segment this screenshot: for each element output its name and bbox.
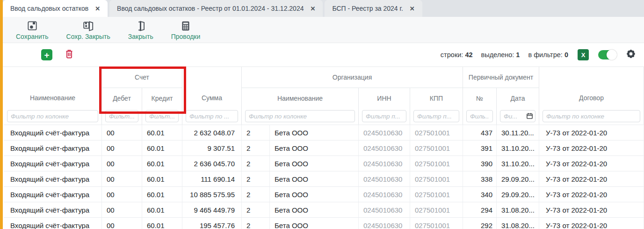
cell-org_id[interactable]: 2: [242, 218, 270, 229]
add-row-button[interactable]: +: [41, 49, 52, 60]
tab-registry-2024[interactable]: Ввод сальдовых остатков - Реестр от 01.0…: [109, 0, 323, 17]
cell-kpp[interactable]: 027501001: [410, 171, 463, 186]
cell-sum[interactable]: 111 690.14: [182, 171, 242, 186]
cell-num[interactable]: 340: [463, 187, 497, 202]
cell-name[interactable]: Входящий счёт-фактура: [4, 125, 102, 140]
cell-name[interactable]: Входящий счёт-фактура: [4, 156, 102, 171]
filter-date-input[interactable]: [500, 110, 535, 122]
table-row[interactable]: Входящий счёт-фактура0060.019 465 449.79…: [4, 202, 644, 217]
filter-inn-input[interactable]: [362, 110, 406, 122]
cell-org_id[interactable]: 2: [242, 140, 270, 155]
cell-date[interactable]: 29.09.20...: [497, 171, 539, 186]
cell-org_name[interactable]: Бета ООО: [270, 156, 359, 171]
filter-sum-input[interactable]: [186, 110, 238, 122]
close-button[interactable]: Закрыть: [128, 20, 153, 40]
delete-row-button[interactable]: [64, 48, 75, 61]
postings-button[interactable]: Проводки: [171, 20, 201, 40]
table-row[interactable]: Входящий счёт-фактура0060.0110 885 575.9…: [4, 186, 644, 202]
col-header-debit[interactable]: Дебет: [102, 88, 142, 109]
tab-balance-entry[interactable]: Ввод сальдовых остатков ✕: [3, 0, 108, 17]
cell-num[interactable]: 292: [463, 218, 497, 229]
cell-credit[interactable]: 60.01: [142, 171, 182, 186]
cell-contract[interactable]: У-73 от 2022-01-20: [539, 202, 644, 217]
cell-sum[interactable]: 9 307.51: [182, 140, 242, 155]
cell-date[interactable]: 31.08.20...: [497, 218, 539, 229]
filter-name-input[interactable]: [7, 110, 98, 122]
cell-credit[interactable]: 60.01: [142, 156, 182, 171]
cell-org_id[interactable]: 2: [242, 202, 270, 217]
cell-num[interactable]: 391: [463, 140, 497, 155]
cell-inn[interactable]: 0245010630: [359, 140, 410, 155]
cell-org_name[interactable]: Бета ООО: [270, 218, 359, 229]
cell-org_name[interactable]: Бета ООО: [270, 202, 359, 217]
cell-org_name[interactable]: Бета ООО: [270, 171, 359, 186]
export-excel-button[interactable]: X: [578, 49, 589, 60]
cell-date[interactable]: 29.09.20...: [497, 187, 539, 202]
cell-debit[interactable]: 00: [102, 156, 142, 171]
cell-debit[interactable]: 00: [102, 202, 142, 217]
cell-date[interactable]: 31.10.20...: [497, 140, 539, 155]
col-header-org-name[interactable]: Наименование: [242, 88, 359, 109]
filter-debit-input[interactable]: [105, 110, 138, 122]
cell-name[interactable]: Входящий счёт-фактура: [4, 140, 102, 155]
cell-credit[interactable]: 60.01: [142, 202, 182, 217]
close-icon[interactable]: ✕: [310, 5, 315, 12]
cell-num[interactable]: 390: [463, 156, 497, 171]
cell-name[interactable]: Входящий счёт-фактура: [4, 171, 102, 186]
col-header-kpp[interactable]: КПП: [410, 88, 463, 109]
cell-org_id[interactable]: 2: [242, 187, 270, 202]
cell-credit[interactable]: 60.01: [142, 218, 182, 229]
cell-num[interactable]: 437: [463, 125, 497, 140]
cell-sum[interactable]: 2 632 048.07: [182, 125, 242, 140]
cell-contract[interactable]: У-73 от 2022-01-20: [539, 218, 644, 229]
filter-kpp-input[interactable]: [413, 110, 459, 122]
cell-inn[interactable]: 0245010630: [359, 171, 410, 186]
cell-name[interactable]: Входящий счёт-фактура: [4, 187, 102, 202]
cell-name[interactable]: Входящий счёт-фактура: [4, 202, 102, 217]
cell-credit[interactable]: 60.01: [142, 140, 182, 155]
cell-inn[interactable]: 0245010630: [359, 218, 410, 229]
cell-kpp[interactable]: 027501001: [410, 125, 463, 140]
col-header-contract[interactable]: Договор: [539, 67, 644, 109]
close-icon[interactable]: ✕: [410, 5, 415, 12]
cell-org_name[interactable]: Бета ООО: [270, 140, 359, 155]
save-button[interactable]: Сохранить: [16, 20, 49, 40]
cell-debit[interactable]: 00: [102, 171, 142, 186]
cell-inn[interactable]: 0245010630: [359, 202, 410, 217]
cell-inn[interactable]: 0245010630: [359, 187, 410, 202]
col-header-inn[interactable]: ИНН: [359, 88, 410, 109]
cell-debit[interactable]: 00: [102, 187, 142, 202]
col-header-date[interactable]: Дата: [497, 88, 539, 109]
table-row[interactable]: Входящий счёт-фактура0060.012 636 045.70…: [4, 155, 644, 171]
col-header-sum[interactable]: Сумма: [182, 67, 242, 109]
filter-credit-input[interactable]: [145, 110, 179, 122]
cell-kpp[interactable]: 027501001: [410, 218, 463, 229]
tab-bsp-registry[interactable]: БСП - Реестр за 2024 г. ✕: [325, 0, 422, 17]
cell-contract[interactable]: У-73 от 2022-01-20: [539, 125, 644, 140]
col-header-credit[interactable]: Кредит: [142, 88, 182, 109]
cell-org_id[interactable]: 2: [242, 156, 270, 171]
cell-sum[interactable]: 10 885 575.95: [182, 187, 242, 202]
cell-num[interactable]: 294: [463, 202, 497, 217]
table-row[interactable]: Входящий счёт-фактура0060.012 632 048.07…: [4, 125, 644, 140]
cell-inn[interactable]: 0245010630: [359, 125, 410, 140]
table-row[interactable]: Входящий счёт-фактура0060.01111 690.142Б…: [4, 171, 644, 186]
filter-contract-input[interactable]: [543, 110, 640, 122]
filter-toggle[interactable]: [598, 50, 616, 59]
cell-kpp[interactable]: 027501001: [410, 156, 463, 171]
cell-org_id[interactable]: 2: [242, 125, 270, 140]
save-close-button[interactable]: Сохр. Закрыть: [66, 20, 110, 40]
cell-kpp[interactable]: 027501001: [410, 202, 463, 217]
settings-button[interactable]: [625, 48, 637, 61]
col-header-num[interactable]: №: [463, 88, 497, 109]
cell-org_name[interactable]: Бета ООО: [270, 125, 359, 140]
cell-kpp[interactable]: 027501001: [410, 140, 463, 155]
cell-sum[interactable]: 195 457.76: [182, 218, 242, 229]
cell-sum[interactable]: 2 636 045.70: [182, 156, 242, 171]
cell-date[interactable]: 31.08.20...: [497, 202, 539, 217]
cell-credit[interactable]: 60.01: [142, 187, 182, 202]
cell-org_id[interactable]: 2: [242, 171, 270, 186]
cell-date[interactable]: 31.10.20...: [497, 156, 539, 171]
cell-debit[interactable]: 00: [102, 125, 142, 140]
cell-num[interactable]: 338: [463, 171, 497, 186]
